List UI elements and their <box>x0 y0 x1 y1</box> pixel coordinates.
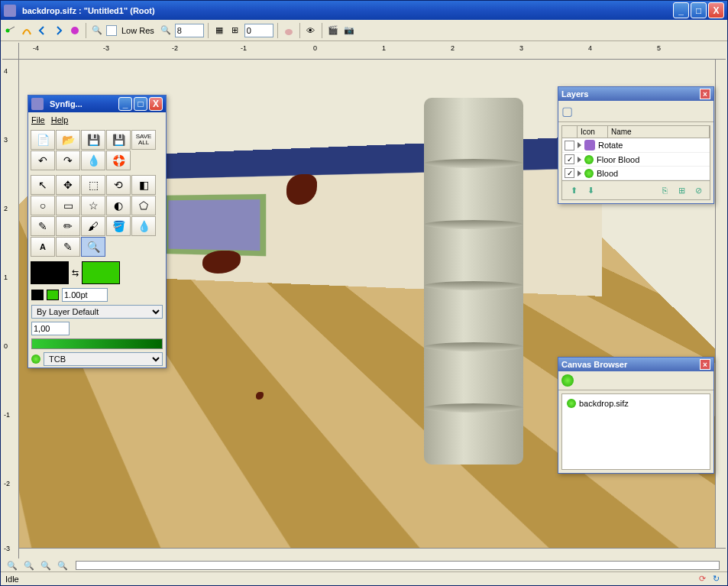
col-icon[interactable]: Icon <box>578 126 608 138</box>
layers-close[interactable]: × <box>700 89 710 99</box>
bline-tool[interactable]: ✎ <box>31 216 55 236</box>
zoom-in-icon[interactable]: 🔍 <box>56 558 70 572</box>
main-titlebar[interactable]: backdrop.sifz : "Untitled1" (Root) _ □ X <box>1 1 727 20</box>
mirror-tool[interactable]: ◧ <box>131 175 156 195</box>
circle-tool[interactable]: ○ <box>31 196 55 215</box>
close-button[interactable]: X <box>708 2 724 18</box>
drop-icon[interactable]: 💧 <box>81 151 105 170</box>
layer-row[interactable]: Rotate <box>562 138 710 153</box>
fill-color[interactable] <box>82 261 120 284</box>
toolbox-minimize[interactable]: _ <box>118 97 132 111</box>
layers-panel[interactable]: Layers × ▢ Icon Name Rotate ✓ Floor Bloo… <box>558 86 714 204</box>
minimize-button[interactable]: _ <box>673 2 689 18</box>
zoom-out-icon[interactable]: 🔍 <box>159 24 173 37</box>
draw-tool[interactable]: ✏ <box>56 216 80 236</box>
scale-tool[interactable]: ⬚ <box>81 175 105 195</box>
tangent-icon[interactable] <box>4 24 18 37</box>
refresh-icon[interactable]: ↻ <box>709 572 723 586</box>
saveall-button[interactable]: SAVE ALL <box>131 130 156 150</box>
swap-colors-icon[interactable]: ⇆ <box>72 268 79 278</box>
toolbox-close[interactable]: X <box>149 97 163 111</box>
layer-down-icon[interactable]: ⬇ <box>584 183 597 197</box>
camera-icon[interactable]: 📷 <box>342 24 356 37</box>
star-tool[interactable]: ☆ <box>81 196 105 215</box>
quality-input[interactable] <box>175 24 204 37</box>
redo-button[interactable]: ↷ <box>56 151 80 170</box>
eyedrop-tool[interactable]: 💧 <box>131 216 156 236</box>
ruler-vertical[interactable]: 4 3 2 1 0 -1 -2 -3 <box>2 60 19 558</box>
layer-duplicate-icon[interactable]: ⎘ <box>658 183 671 197</box>
canvas-browser-close[interactable]: × <box>700 359 710 370</box>
menu-file[interactable]: File <box>31 115 45 125</box>
menu-help[interactable]: Help <box>51 115 69 125</box>
scrollbar-horizontal[interactable] <box>19 548 726 558</box>
layers-tab-icon[interactable]: ▢ <box>561 105 573 118</box>
maximize-button[interactable]: □ <box>691 2 707 18</box>
scrollbar-vertical[interactable] <box>715 60 726 548</box>
sketch-tool[interactable]: ✎ <box>56 237 80 257</box>
layer-visible-checkbox[interactable] <box>565 141 574 151</box>
zoom-tool[interactable]: 🔍 <box>81 237 105 257</box>
ruler-horizontal[interactable]: -4 -3 -2 -1 0 1 2 3 4 5 <box>19 43 726 60</box>
onion-icon[interactable] <box>282 24 296 37</box>
lowres-checkbox[interactable] <box>106 25 117 36</box>
render-icon[interactable]: 🎬 <box>326 24 340 37</box>
timeline-scrollbar[interactable] <box>76 561 720 570</box>
expand-icon[interactable] <box>578 142 581 148</box>
canvas-tab-icon[interactable] <box>561 374 574 387</box>
expand-icon[interactable] <box>578 170 581 176</box>
text-tool[interactable]: A <box>31 237 55 257</box>
polygon-tool[interactable]: ⬠ <box>131 196 156 215</box>
canvas-item[interactable]: backdrop.sifz <box>565 397 707 410</box>
preview-icon[interactable]: 👁 <box>304 24 318 37</box>
fill-tool[interactable]: 🪣 <box>106 216 131 236</box>
outline-color[interactable] <box>31 261 69 284</box>
layers-titlebar[interactable]: Layers × <box>558 87 713 101</box>
saveas-button[interactable]: 💾 <box>106 130 131 150</box>
blend-mode-select[interactable]: By Layer Default <box>31 305 163 319</box>
brush-icon[interactable] <box>68 24 82 37</box>
zoom-in-icon[interactable]: 🔍 <box>90 24 104 37</box>
zoom-100-icon[interactable]: 🔍 <box>39 558 53 572</box>
layer-group-icon[interactable]: ⊞ <box>675 183 688 197</box>
layer-row[interactable]: ✓ Blood <box>562 167 710 180</box>
width-tool[interactable]: 🖌 <box>81 216 105 236</box>
zoom-fit-icon[interactable]: 🔍 <box>22 558 36 572</box>
curve-icon[interactable] <box>20 24 34 37</box>
toolbox-maximize[interactable]: □ <box>134 97 147 111</box>
interpolation-select[interactable]: TCB <box>44 352 163 366</box>
layer-row[interactable]: ✓ Floor Blood <box>562 153 710 167</box>
save-button[interactable]: 💾 <box>81 130 105 150</box>
sync-icon[interactable]: ⟳ <box>695 572 709 586</box>
layer-delete-icon[interactable]: ⊘ <box>691 183 705 197</box>
col-name[interactable]: Name <box>608 126 710 138</box>
gradient-preview[interactable] <box>31 338 163 349</box>
transform-tool[interactable]: ↖ <box>31 175 55 195</box>
layer-visible-checkbox[interactable]: ✓ <box>565 154 574 164</box>
opacity-input[interactable] <box>31 322 70 335</box>
layer-visible-checkbox[interactable]: ✓ <box>565 168 574 178</box>
new-button[interactable]: 📄 <box>31 130 55 150</box>
stroke-width-input[interactable] <box>62 288 108 302</box>
canvas-browser-panel[interactable]: Canvas Browser × backdrop.sifz <box>558 357 714 474</box>
toolbox-panel[interactable]: Synfig... _ □ X File Help 📄 📂 💾 💾 SAVE A… <box>28 95 167 368</box>
rotate-tool[interactable]: ⟲ <box>106 175 131 195</box>
toolbox-titlebar[interactable]: Synfig... _ □ X <box>28 96 166 112</box>
frame-input[interactable] <box>244 24 273 37</box>
expand-icon[interactable] <box>578 157 581 163</box>
gradient-tool[interactable]: ◐ <box>106 196 131 215</box>
snap-icon[interactable]: ⊞ <box>228 24 242 37</box>
back-icon[interactable] <box>36 24 50 37</box>
rect-tool[interactable]: ▭ <box>56 196 80 215</box>
default-outline[interactable] <box>31 290 44 300</box>
smooth-move-tool[interactable]: ✥ <box>56 175 80 195</box>
default-fill[interactable] <box>47 290 59 300</box>
grid-icon[interactable]: ▦ <box>212 24 226 37</box>
canvas-browser-titlebar[interactable]: Canvas Browser × <box>558 358 713 371</box>
zoom-out-icon[interactable]: 🔍 <box>5 558 19 572</box>
open-button[interactable]: 📂 <box>56 130 80 150</box>
forward-icon[interactable] <box>52 24 66 37</box>
layer-up-icon[interactable]: ⬆ <box>567 183 581 197</box>
help-button[interactable]: 🛟 <box>106 151 131 170</box>
undo-button[interactable]: ↶ <box>31 151 55 170</box>
